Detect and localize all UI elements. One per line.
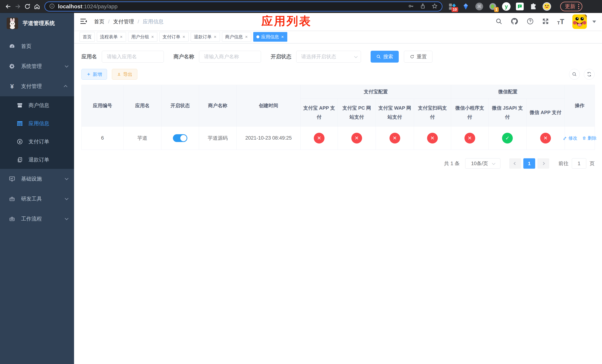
merchant-name-input[interactable]	[199, 51, 261, 63]
sidebar-item-pay-order[interactable]: 支付订单	[0, 133, 74, 151]
extension-badge: 10	[452, 7, 458, 12]
adblock-extension-icon[interactable]: 10	[448, 2, 456, 11]
sidebar-item-merchant-info[interactable]: 商户信息	[0, 96, 74, 114]
search-button[interactable]: 搜索	[371, 51, 399, 63]
command-extension-icon[interactable]: ⌘	[475, 2, 484, 11]
sidebar-item-label: 商户信息	[29, 102, 49, 109]
share-icon[interactable]	[420, 3, 426, 10]
wechat-app-status-icon: ✕	[540, 133, 551, 143]
browser-back-icon[interactable]	[3, 2, 13, 11]
avatar-caret-icon[interactable]	[592, 21, 596, 23]
toggle-search-button[interactable]	[569, 69, 580, 80]
tag-refund-order[interactable]: 退款订单×	[191, 32, 220, 42]
col-header-wechat-lite: 微信小程序支付	[451, 99, 489, 127]
tag-pay-order[interactable]: 支付订单×	[159, 32, 189, 42]
export-button[interactable]: 导出	[112, 69, 137, 80]
tags-view-bar: 首页 流程表单× 用户分组× 支付订单× 退款订单× 商户信息× 应用信息×	[74, 30, 602, 43]
tag-label: 支付订单	[162, 34, 180, 40]
wechat-lite-status-icon: ✕	[464, 133, 475, 143]
sidebar-item-dev-tools[interactable]: 研发工具	[0, 189, 74, 209]
goto-page-input[interactable]	[572, 158, 586, 169]
sidebar-collapse-icon[interactable]	[80, 17, 88, 26]
vue-devtools-extension-icon[interactable]: y	[502, 2, 511, 11]
sidebar-item-label: 退款订单	[29, 156, 49, 163]
header-search-icon[interactable]	[495, 18, 502, 26]
alipay-qr-status-icon: ✕	[427, 133, 438, 143]
browser-reload-icon[interactable]	[22, 2, 32, 11]
tag-merchant-info[interactable]: 商户信息×	[222, 32, 251, 42]
table-toolbar: 新增 导出	[74, 63, 602, 85]
col-header-wechat-jsapi: 微信 JSAPI 支付	[489, 99, 527, 127]
browser-update-button[interactable]: 更新	[560, 2, 582, 11]
next-page-button[interactable]	[538, 158, 549, 169]
toolbox-icon	[8, 196, 16, 202]
sidebar-item-infrastructure[interactable]: 基础设施	[0, 169, 74, 189]
extensions-puzzle-icon[interactable]	[529, 2, 538, 11]
bookmark-star-icon[interactable]	[431, 3, 438, 10]
sidebar-item-system[interactable]: 系统管理	[0, 56, 74, 76]
sidebar-item-workflow[interactable]: 工作流程	[0, 209, 74, 229]
refresh-table-button[interactable]	[584, 69, 595, 80]
site-info-icon[interactable]	[49, 3, 55, 10]
close-icon[interactable]: ×	[214, 34, 217, 39]
fullscreen-icon[interactable]	[542, 18, 549, 26]
tag-label: 退款订单	[194, 34, 212, 40]
github-icon[interactable]	[511, 17, 518, 26]
gem-extension-icon[interactable]	[462, 2, 470, 11]
edit-link[interactable]: 修改	[563, 135, 577, 141]
user-avatar[interactable]	[572, 14, 587, 29]
col-header-status: 开启状态	[161, 85, 199, 127]
pencil-icon	[563, 136, 567, 140]
browser-home-icon[interactable]	[32, 2, 42, 11]
chevron-right-icon	[542, 162, 545, 165]
close-icon[interactable]: ×	[281, 34, 284, 39]
trash-icon	[582, 136, 586, 140]
tag-process-form[interactable]: 流程表单×	[97, 32, 126, 42]
goto-label: 前往	[559, 160, 569, 167]
reset-button-label: 重置	[417, 53, 427, 60]
close-icon[interactable]: ×	[119, 34, 123, 39]
page-size-value: 10条/页	[471, 160, 488, 167]
browser-forward-icon[interactable]	[13, 2, 22, 11]
breadcrumb-separator: /	[108, 19, 110, 25]
tag-user-group[interactable]: 用户分组×	[128, 32, 157, 42]
font-size-icon[interactable]: TT	[557, 18, 564, 25]
status-select[interactable]: 请选择开启状态	[296, 51, 361, 63]
breadcrumb-section[interactable]: 支付管理	[113, 18, 134, 25]
page-size-select[interactable]: 10条/页	[465, 158, 500, 169]
sidebar-item-payment[interactable]: ¥ 支付管理	[0, 76, 74, 96]
delete-link[interactable]: 删除	[582, 135, 597, 141]
sidebar-item-label: 应用信息	[29, 120, 49, 127]
update-label: 更新	[565, 3, 576, 10]
cell-merchant: 芋道源码	[199, 127, 236, 150]
sidebar-item-home[interactable]: 首页	[0, 36, 74, 56]
browser-menu-icon[interactable]	[578, 4, 579, 9]
status-toggle[interactable]	[173, 134, 187, 142]
password-key-icon[interactable]	[408, 3, 414, 10]
sidebar-item-refund-order[interactable]: 退款订单	[0, 151, 74, 169]
close-icon[interactable]: ×	[182, 34, 185, 39]
sidebar-item-app-info[interactable]: 应用信息	[0, 114, 74, 133]
address-bar[interactable]: localhost:1024/pay/app	[44, 1, 442, 11]
breadcrumb-home[interactable]: 首页	[94, 18, 104, 25]
tag-app-info-active[interactable]: 应用信息×	[253, 32, 287, 42]
app-name-input[interactable]	[102, 51, 164, 63]
payment-submenu: 商户信息 应用信息 支付订单	[0, 96, 74, 169]
help-question-icon[interactable]	[527, 18, 534, 26]
page-number-button[interactable]: 1	[523, 158, 535, 169]
active-dot	[256, 35, 259, 38]
sidebar-logo[interactable]: 芋道管理系统	[0, 13, 74, 34]
recorder-extension-icon[interactable]: 1	[489, 2, 497, 11]
prev-page-button[interactable]	[509, 158, 521, 169]
tag-home[interactable]: 首页	[80, 32, 95, 42]
close-icon[interactable]: ×	[245, 34, 248, 39]
col-header-alipay-qr: 支付宝扫码支付	[414, 99, 451, 127]
chevron-down-icon	[492, 161, 495, 165]
alipay-wap-status-icon: ✕	[389, 133, 400, 143]
add-button[interactable]: 新增	[81, 69, 107, 80]
grid-table-icon	[16, 120, 24, 127]
chat-extension-icon[interactable]	[516, 2, 524, 11]
close-icon[interactable]: ×	[151, 34, 154, 39]
reset-button[interactable]: 重置	[404, 51, 432, 63]
profile-avatar-icon[interactable]	[543, 2, 551, 11]
